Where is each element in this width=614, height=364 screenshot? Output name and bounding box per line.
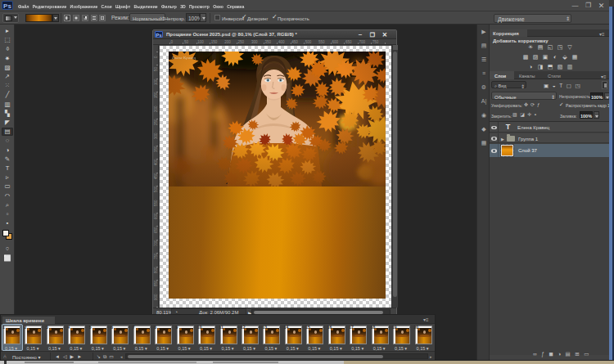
svg-text:Елена Кравец: Елена Кравец <box>171 56 196 60</box>
